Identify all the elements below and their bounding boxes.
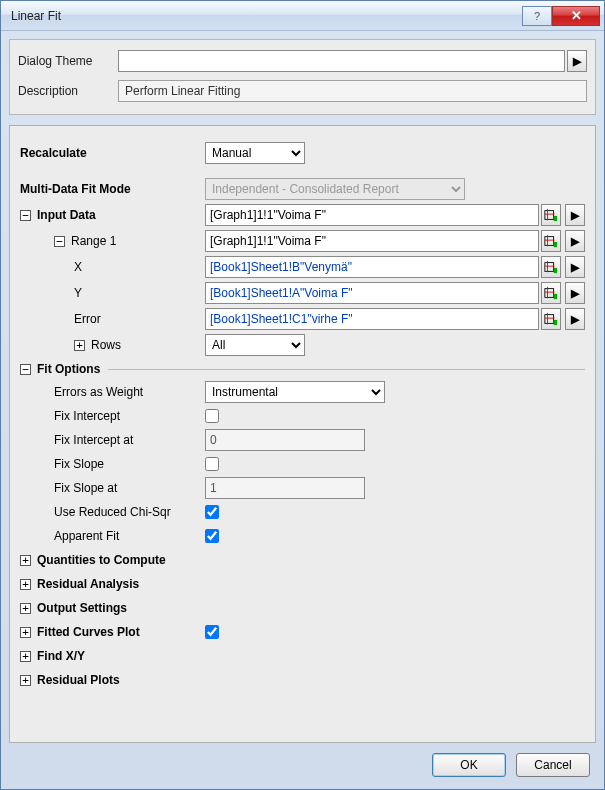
fitted-curves-toggle[interactable]: + — [20, 627, 31, 638]
range-picker-icon — [544, 234, 558, 248]
apparent-fit-checkbox[interactable] — [205, 529, 219, 543]
error-label: Error — [74, 312, 101, 326]
titlebar-buttons: ? ✕ — [522, 6, 600, 26]
description-label: Description — [18, 84, 118, 98]
y-menu[interactable]: ▶ — [565, 282, 585, 304]
input-data-menu[interactable]: ▶ — [565, 204, 585, 226]
input-data-field[interactable] — [205, 204, 539, 226]
error-menu[interactable]: ▶ — [565, 308, 585, 330]
fix-slope-label: Fix Slope — [54, 457, 104, 471]
main-panel: Recalculate Manual Multi-Data Fit Mode I… — [9, 125, 596, 743]
multi-mode-combo: Independent - Consolidated Report — [205, 178, 465, 200]
x-field[interactable] — [205, 256, 539, 278]
residual-analysis-toggle[interactable]: + — [20, 579, 31, 590]
error-picker[interactable] — [541, 308, 561, 330]
triangle-right-icon: ▶ — [571, 235, 579, 248]
dialog-window: Linear Fit ? ✕ Dialog Theme ▶ Descriptio… — [0, 0, 605, 790]
errors-as-weight-label: Errors as Weight — [54, 385, 143, 399]
svg-rect-1 — [554, 216, 558, 221]
rows-label: Rows — [91, 338, 121, 352]
divider — [108, 369, 585, 370]
window-title: Linear Fit — [11, 9, 522, 23]
use-reduced-checkbox[interactable] — [205, 505, 219, 519]
svg-rect-6 — [545, 289, 554, 298]
range1-toggle[interactable]: − — [54, 236, 65, 247]
residual-plots-toggle[interactable]: + — [20, 675, 31, 686]
rows-toggle[interactable]: + — [74, 340, 85, 351]
fix-intercept-checkbox[interactable] — [205, 409, 219, 423]
fix-intercept-at-field — [205, 429, 365, 451]
range1-field[interactable] — [205, 230, 539, 252]
rows-combo[interactable]: All — [205, 334, 305, 356]
dialog-theme-menu-button[interactable]: ▶ — [567, 50, 587, 72]
output-settings-toggle[interactable]: + — [20, 603, 31, 614]
use-reduced-label: Use Reduced Chi-Sqr — [54, 505, 171, 519]
svg-rect-4 — [545, 263, 554, 272]
range1-label: Range 1 — [71, 234, 116, 248]
ok-button[interactable]: OK — [432, 753, 506, 777]
find-xy-label: Find X/Y — [37, 649, 85, 663]
x-picker[interactable] — [541, 256, 561, 278]
quantities-toggle[interactable]: + — [20, 555, 31, 566]
fix-intercept-label: Fix Intercept — [54, 409, 120, 423]
dialog-body: Dialog Theme ▶ Description Perform Linea… — [1, 31, 604, 789]
fit-options-toggle[interactable]: − — [20, 364, 31, 375]
triangle-right-icon: ▶ — [571, 261, 579, 274]
residual-analysis-label: Residual Analysis — [37, 577, 139, 591]
output-settings-label: Output Settings — [37, 601, 127, 615]
apparent-fit-label: Apparent Fit — [54, 529, 119, 543]
input-data-picker[interactable] — [541, 204, 561, 226]
triangle-right-icon: ▶ — [571, 313, 579, 326]
recalculate-combo[interactable]: Manual — [205, 142, 305, 164]
fitted-curves-checkbox[interactable] — [205, 625, 219, 639]
x-menu[interactable]: ▶ — [565, 256, 585, 278]
dialog-theme-input[interactable] — [118, 50, 565, 72]
triangle-right-icon: ▶ — [573, 55, 581, 68]
range1-menu[interactable]: ▶ — [565, 230, 585, 252]
svg-rect-8 — [545, 315, 554, 324]
header-group: Dialog Theme ▶ Description Perform Linea… — [9, 39, 596, 115]
input-data-toggle[interactable]: − — [20, 210, 31, 221]
range-picker-icon — [544, 312, 558, 326]
range-picker-icon — [544, 286, 558, 300]
fix-slope-at-label: Fix Slope at — [54, 481, 117, 495]
multi-mode-label: Multi-Data Fit Mode — [20, 182, 131, 196]
footer: OK Cancel — [9, 743, 596, 781]
svg-rect-9 — [554, 320, 558, 325]
fix-slope-checkbox[interactable] — [205, 457, 219, 471]
dialog-theme-label: Dialog Theme — [18, 54, 118, 68]
svg-rect-3 — [554, 242, 558, 247]
find-xy-toggle[interactable]: + — [20, 651, 31, 662]
quantities-label: Quantities to Compute — [37, 553, 166, 567]
svg-rect-0 — [545, 211, 554, 220]
y-picker[interactable] — [541, 282, 561, 304]
y-field[interactable] — [205, 282, 539, 304]
range-picker-icon — [544, 208, 558, 222]
description-value: Perform Linear Fitting — [118, 80, 587, 102]
errors-as-weight-combo[interactable]: Instrumental — [205, 381, 385, 403]
x-label: X — [74, 260, 82, 274]
range1-picker[interactable] — [541, 230, 561, 252]
svg-rect-7 — [554, 294, 558, 299]
cancel-button[interactable]: Cancel — [516, 753, 590, 777]
close-button[interactable]: ✕ — [552, 6, 600, 26]
svg-rect-5 — [554, 268, 558, 273]
error-field[interactable] — [205, 308, 539, 330]
triangle-right-icon: ▶ — [571, 287, 579, 300]
input-data-label: Input Data — [37, 208, 96, 222]
range-picker-icon — [544, 260, 558, 274]
fitted-curves-label: Fitted Curves Plot — [37, 625, 140, 639]
svg-rect-2 — [545, 237, 554, 246]
recalculate-label: Recalculate — [20, 146, 87, 160]
fit-options-label: Fit Options — [37, 362, 100, 376]
fix-slope-at-field — [205, 477, 365, 499]
y-label: Y — [74, 286, 82, 300]
residual-plots-label: Residual Plots — [37, 673, 120, 687]
triangle-right-icon: ▶ — [571, 209, 579, 222]
help-button[interactable]: ? — [522, 6, 552, 26]
fix-intercept-at-label: Fix Intercept at — [54, 433, 133, 447]
titlebar: Linear Fit ? ✕ — [1, 1, 604, 31]
